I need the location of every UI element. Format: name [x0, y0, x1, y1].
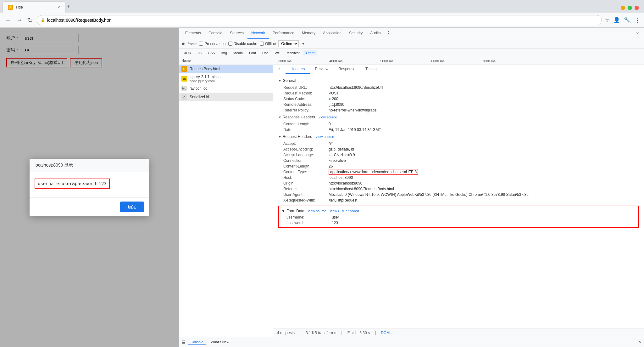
whats-new-tab[interactable]: What's New — [208, 339, 231, 345]
form-data-view-source[interactable]: view source — [308, 209, 326, 213]
offline-checkbox[interactable] — [260, 42, 264, 46]
devtools-body: H RequestBody.html JS jquery-2.1.1.min.j… — [179, 65, 644, 337]
name-column-header: Name — [179, 57, 273, 65]
preserve-log-label[interactable]: Preserve log — [199, 42, 225, 46]
filter-js[interactable]: JS — [195, 50, 204, 55]
timeline-label-3000: 3000 ms — [278, 59, 291, 63]
filter-font[interactable]: Font — [247, 50, 258, 55]
filter-xhr[interactable]: XHR — [181, 50, 194, 55]
close-button[interactable] — [635, 6, 639, 10]
accept-row: Accept: */* — [278, 141, 639, 146]
network-item-favicon[interactable]: ico favicon.ico — [179, 84, 273, 93]
tab-application[interactable]: Application — [319, 28, 345, 39]
url-input[interactable] — [37, 15, 602, 25]
tab-elements[interactable]: Elements — [181, 28, 205, 39]
html-icon: H — [181, 66, 187, 72]
details-tab-headers[interactable]: Headers — [286, 65, 310, 74]
form-data-view-url-encoded[interactable]: view URL encoded — [330, 209, 359, 213]
filter-doc[interactable]: Doc — [260, 50, 271, 55]
response-headers-view-source[interactable]: view source — [319, 115, 337, 119]
form-data-section-header[interactable]: ▼ Form Data view source view URL encoded — [281, 208, 636, 214]
details-tab-response[interactable]: Response — [333, 65, 360, 74]
tab-audits[interactable]: Audits — [366, 28, 384, 39]
network-filter-bar: XHR JS CSS Img Media Font Doc WS Manifes… — [179, 48, 644, 57]
content-type-row: Content-Type: application/x-www-form-url… — [278, 169, 639, 175]
tab-favicon: 🌟 — [8, 5, 13, 10]
request-headers-view-source[interactable]: view source — [316, 135, 334, 139]
console-close-icon[interactable]: × — [639, 340, 641, 345]
menu-icon[interactable]: ⋮ — [635, 17, 640, 24]
details-panel: × Headers Preview Response Timing Genera… — [273, 65, 644, 337]
preserve-log-checkbox[interactable] — [199, 42, 203, 46]
tab-console[interactable]: Console — [205, 28, 226, 39]
filter-ws[interactable]: WS — [272, 50, 283, 55]
dialog-overlay: localhost:8090 显示 username=user&password… — [0, 28, 179, 347]
disable-cache-checkbox[interactable] — [228, 42, 232, 46]
tab-network[interactable]: Network — [247, 28, 269, 39]
dialog-body: username=user&password=123 — [30, 172, 149, 197]
general-section-header[interactable]: General — [278, 77, 639, 85]
network-item-requestbody[interactable]: H RequestBody.html — [179, 65, 273, 73]
request-headers-section-header[interactable]: Request Headers view source — [278, 133, 639, 141]
dialog-footer: 确定 — [30, 197, 149, 216]
forward-button[interactable]: → — [15, 15, 24, 25]
bookmark-star-icon[interactable]: ☆ — [604, 17, 609, 24]
tab-performance[interactable]: Performance — [269, 28, 298, 39]
filter-css[interactable]: CSS — [205, 50, 218, 55]
filter-img[interactable]: Img — [219, 50, 230, 55]
finish-time: Finish: 6.30 s — [347, 331, 370, 335]
content-area: 账户： 密码： 序列化为(Key=Value)格式Url 序列化为json lo… — [0, 28, 644, 347]
filter-other[interactable]: Other — [303, 50, 317, 55]
content-length-request-row: Content-Length: 26 — [278, 163, 639, 169]
network-item-name-favicon: favicon.ico — [190, 86, 208, 91]
devtools-close-icon[interactable]: × — [634, 29, 641, 37]
throttle-icon[interactable]: ▼ — [301, 42, 305, 46]
profile-icon[interactable]: 👤 — [613, 17, 620, 24]
filter-media[interactable]: Media — [231, 50, 245, 55]
console-tab[interactable]: Console — [188, 339, 206, 345]
offline-label[interactable]: Offline — [260, 42, 276, 46]
maximize-button[interactable] — [628, 6, 632, 10]
disable-cache-label[interactable]: Disable cache — [228, 42, 257, 46]
network-item-name-serializeurl: SerializeUrl — [190, 95, 209, 99]
dialog: localhost:8090 显示 username=user&password… — [30, 159, 149, 216]
reload-button[interactable]: ↻ — [26, 15, 34, 25]
x-requested-with-row: X-Requested-With: XMLHttpRequest — [278, 197, 639, 203]
new-tab-button[interactable]: + — [67, 3, 70, 10]
accept-encoding-row: Accept-Encoding: gzip, deflate, br — [278, 146, 639, 152]
minimize-button[interactable] — [621, 6, 625, 10]
response-headers-section-header[interactable]: Response Headers view source — [278, 113, 639, 121]
status-bar: 4 requests | 3.1 KB transferred | Finish… — [273, 328, 644, 337]
back-button[interactable]: ← — [4, 15, 13, 25]
throttle-select[interactable]: Online — [278, 40, 299, 47]
remote-address-row: Remote Address: [::1]:8090 — [278, 102, 639, 107]
frame-label: frame — [188, 42, 197, 46]
network-item-serializeurl[interactable]: ↗ SerializeUrl — [179, 93, 273, 101]
network-item-jquery[interactable]: JS jquery-2.1.1.min.js code.jquery.com — [179, 73, 273, 84]
extensions-icon[interactable]: 🔧 — [624, 17, 631, 24]
tab-bar: 🌟 Title × + — [0, 0, 644, 13]
dialog-ok-button[interactable]: 确定 — [120, 202, 144, 212]
details-tab-timing[interactable]: Timing — [360, 65, 382, 74]
tab-security[interactable]: Security — [345, 28, 366, 39]
dom-link[interactable]: DOM... — [381, 331, 393, 335]
content-length-response-row: Content-Length: 0 — [278, 121, 639, 127]
console-bar: ☰ Console What's New × — [179, 337, 644, 347]
details-close-tab[interactable]: × — [273, 65, 286, 74]
details-tab-preview[interactable]: Preview — [310, 65, 333, 74]
devtools-top-bar: Elements Console Sources Network Perform… — [179, 28, 644, 39]
form-password-row: password: 123 — [281, 220, 636, 226]
network-item-name-jquery: jquery-2.1.1.min.js code.jquery.com — [190, 75, 220, 83]
tab-close-icon[interactable]: × — [58, 5, 60, 10]
status-code-row: Status Code: ● 200 — [278, 96, 639, 102]
devtools-more-icon[interactable]: ⋮ — [385, 29, 392, 37]
network-list: H RequestBody.html JS jquery-2.1.1.min.j… — [179, 65, 273, 337]
accept-language-row: Accept-Language: zh-CN,zh;q=0.9 — [278, 152, 639, 158]
referrer-policy-row: Referrer Policy: no-referrer-when-downgr… — [278, 107, 639, 113]
tab-sources[interactable]: Sources — [226, 28, 247, 39]
url-wrapper: 🔒 — [37, 15, 602, 25]
filter-manifest[interactable]: Manifest — [284, 50, 302, 55]
console-menu-icon[interactable]: ☰ — [181, 340, 186, 345]
tab-memory[interactable]: Memory — [298, 28, 319, 39]
browser-tab[interactable]: 🌟 Title × — [3, 1, 65, 13]
